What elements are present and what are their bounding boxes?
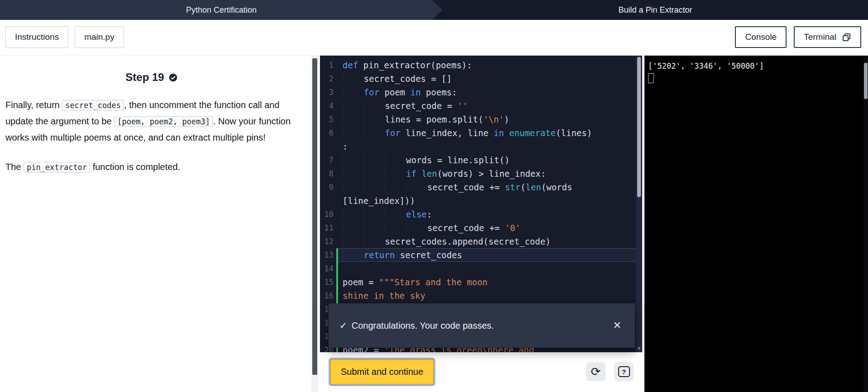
app-window: Python Certification Build a Pin Extract…	[0, 0, 868, 392]
terminal-scrollbar-thumb[interactable]	[864, 63, 868, 99]
code-row[interactable]: 16shine in the sky	[320, 289, 642, 302]
code-row[interactable]: 1def pin_extractor(poems):	[320, 58, 642, 72]
terminal-button[interactable]: Terminal	[794, 26, 861, 48]
change-indicator	[336, 140, 338, 153]
change-indicator	[336, 208, 338, 221]
line-number: 14	[320, 262, 334, 275]
code-row-body: shine in the sky	[336, 289, 642, 302]
terminal-output: ['5202', '3346', '50000']	[648, 61, 863, 71]
code-row[interactable]: 14	[320, 262, 642, 275]
instructions-scrollbar-thumb[interactable]	[312, 58, 317, 375]
code-row-body: secret_code = ''	[336, 99, 642, 113]
terminal-output-panel[interactable]: ['5202', '3346', '50000']	[644, 56, 868, 392]
code-row-body: def pin_extractor(poems):	[336, 58, 642, 72]
code-row[interactable]: 13 return secret_codes	[320, 248, 642, 262]
code-row-body: secret_code += str(len(words	[336, 180, 642, 194]
breadcrumb: Python Certification Build a Pin Extract…	[0, 0, 868, 20]
editor-scrollbar-thumb[interactable]	[637, 57, 641, 197]
code-line-text: secret_code += '0'	[343, 221, 520, 235]
line-number: 8	[320, 167, 334, 180]
line-number: 9	[320, 180, 334, 194]
terminal-scrollbar[interactable]	[863, 56, 868, 392]
change-indicator	[336, 275, 338, 289]
success-toast: ✓ Congratulations. Your code passes. ✕	[329, 303, 635, 348]
scroll-down-icon[interactable]: ▾	[636, 345, 642, 351]
step-title: Step 19	[5, 71, 298, 84]
tab-instructions[interactable]: Instructions	[5, 26, 68, 48]
code-row[interactable]: 12 secret_codes.append(secret_code)	[320, 235, 642, 248]
tab-main-py[interactable]: main.py	[75, 26, 124, 48]
code-row-body: secret_codes = []	[336, 72, 642, 85]
code-line-text: else:	[343, 208, 432, 221]
instructions-scrollbar[interactable]	[311, 56, 318, 392]
change-indicator	[336, 167, 338, 180]
code-row[interactable]: :	[320, 140, 642, 153]
line-number: 1	[320, 58, 334, 72]
code-row[interactable]: 5 lines = poem.split('\n')	[320, 113, 642, 126]
change-indicator	[336, 72, 338, 85]
code-line-text: poem = """Stars and the moon	[343, 275, 487, 289]
code-row[interactable]: 11 secret_code += '0'	[320, 221, 642, 235]
toolbar: Instructions main.py Console Terminal	[0, 20, 868, 56]
code-row[interactable]: 7 words = line.split()	[320, 153, 642, 167]
line-number: 6	[320, 126, 334, 140]
breadcrumb-course-label: Python Certification	[186, 5, 257, 15]
line-number: 10	[320, 208, 334, 221]
submit-and-continue-button[interactable]: Submit and continue	[330, 359, 434, 385]
console-button-label: Console	[745, 32, 777, 42]
code-line-text: return secret_codes	[343, 248, 462, 262]
help-icon: ?	[618, 366, 630, 377]
help-button[interactable]: ?	[614, 362, 634, 381]
line-number: 15	[320, 275, 334, 289]
code-row-body: [line_index]))	[336, 194, 642, 208]
change-indicator	[336, 248, 338, 262]
code-row[interactable]: [line_index]))	[320, 194, 642, 208]
line-number: 13	[320, 248, 334, 262]
line-number: 2	[320, 72, 334, 85]
code-row-body: :	[336, 140, 642, 153]
code-line-text: for line_index, line in enumerate(lines)	[343, 126, 592, 140]
code-row[interactable]: 4 secret_code = ''	[320, 99, 642, 113]
editor-scrollbar[interactable]: ▾	[636, 56, 642, 352]
inline-code: pin_extractor	[24, 162, 90, 173]
code-row[interactable]: 10 else:	[320, 208, 642, 221]
code-row-body: else:	[336, 208, 642, 221]
code-row-body: secret_codes.append(secret_code)	[336, 235, 642, 248]
line-number: 11	[320, 221, 334, 235]
code-row[interactable]: 9 secret_code += str(len(words	[320, 180, 642, 194]
instructions-paragraphs: Finally, return secret_codes, then uncom…	[5, 97, 298, 175]
toast-message: Congratulations. Your code passes.	[352, 321, 494, 331]
breadcrumb-segment-lesson: Build a Pin Extractor	[443, 0, 868, 20]
code-row-body: for line_index, line in enumerate(lines)	[336, 126, 642, 140]
step-title-text: Step 19	[125, 71, 164, 84]
console-button[interactable]: Console	[735, 26, 787, 48]
toolbar-right-buttons: Console Terminal	[735, 26, 861, 48]
code-row[interactable]: 2 secret_codes = []	[320, 72, 642, 85]
code-line-text: secret_codes.append(secret_code)	[343, 235, 551, 248]
code-line-text: :	[343, 140, 348, 153]
code-row-body: lines = poem.split('\n')	[336, 113, 642, 126]
change-indicator	[336, 113, 338, 126]
change-indicator	[336, 235, 338, 248]
code-line-text: secret_code = ''	[343, 99, 468, 113]
toast-close-icon[interactable]: ✕	[610, 319, 624, 332]
code-row-body: if len(words) > line_index:	[336, 167, 642, 180]
code-row[interactable]: 15poem = """Stars and the moon	[320, 275, 642, 289]
breadcrumb-segment-course[interactable]: Python Certification	[0, 0, 443, 20]
reset-code-button[interactable]: ⟳	[586, 362, 606, 381]
code-row[interactable]: 3 for poem in poems:	[320, 85, 642, 99]
terminal-cursor	[648, 73, 654, 83]
code-line-text: for poem in poems:	[343, 85, 457, 99]
instruction-paragraph: Finally, return secret_codes, then uncom…	[5, 97, 298, 146]
code-row[interactable]: 6 for line_index, line in enumerate(line…	[320, 126, 642, 140]
code-row-body: secret_code += '0'	[336, 221, 642, 235]
code-row[interactable]: 8 if len(words) > line_index:	[320, 167, 642, 180]
terminal-button-label: Terminal	[804, 32, 836, 42]
change-indicator	[336, 99, 338, 113]
inline-code: secret_codes	[62, 100, 124, 111]
change-indicator	[336, 289, 338, 302]
change-indicator	[336, 194, 338, 208]
line-number: 12	[320, 235, 334, 248]
code-line-text: secret_codes = []	[343, 72, 452, 85]
line-number: 16	[320, 289, 334, 302]
